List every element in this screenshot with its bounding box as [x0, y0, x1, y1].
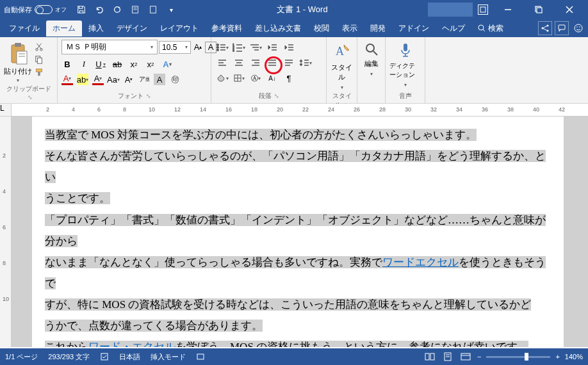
text-line[interactable]: 「プロパティ」「書式」「数値の書式」「インデント」「オブジェクト」などなど……ち… — [45, 214, 546, 247]
font-name-combo[interactable]: ＭＳ Ｐ明朝▾ — [61, 40, 158, 54]
tab-developer[interactable]: 開発 — [364, 20, 392, 36]
sort-button[interactable]: A↓ — [265, 72, 279, 85]
zoom-slider[interactable] — [486, 356, 550, 358]
print-layout-icon[interactable] — [441, 352, 454, 362]
close-button[interactable] — [555, 0, 584, 19]
editing-button[interactable]: 編集 ▾ — [361, 40, 381, 77]
ribbon-display-icon[interactable] — [478, 4, 488, 15]
clipboard-launcher[interactable]: ⤡ — [28, 94, 33, 101]
document-body[interactable]: 当教室で MOS 対策コースを学ぶ方の中には、初心者の方がたくさんいらっしゃいま… — [45, 124, 551, 347]
numbering-button[interactable]: 123▾ — [232, 41, 246, 54]
format-painter-icon[interactable] — [35, 68, 44, 77]
tab-design[interactable]: デザイン — [110, 20, 154, 36]
paragraph-launcher[interactable]: ⤡ — [274, 93, 279, 99]
superscript-button[interactable]: x2 — [145, 58, 156, 70]
redo-icon[interactable] — [111, 4, 123, 15]
comments-button[interactable] — [555, 21, 569, 35]
text-line[interactable]: これから — [45, 341, 88, 347]
horizontal-ruler[interactable]: L 24681012141618202224262830323436384042 — [0, 104, 588, 117]
smiley-button[interactable] — [571, 21, 585, 35]
read-mode-icon[interactable] — [423, 352, 436, 362]
bold-button[interactable]: B — [61, 58, 73, 70]
qat-icon-4[interactable] — [129, 4, 141, 15]
zoom-out-button[interactable]: − — [477, 353, 481, 361]
italic-button[interactable]: I — [78, 58, 90, 70]
distribute-button[interactable] — [282, 56, 296, 69]
spell-check-icon[interactable] — [100, 352, 109, 361]
toggle-switch[interactable] — [35, 5, 53, 14]
qat-dropdown-icon[interactable]: ▾ — [165, 4, 177, 15]
web-layout-icon[interactable] — [459, 352, 472, 362]
align-right-button[interactable] — [249, 56, 263, 69]
shrink-font-icon[interactable]: A▾ — [123, 74, 135, 85]
strikethrough-button[interactable]: ab — [111, 58, 123, 70]
save-icon[interactable] — [76, 4, 87, 15]
line-spacing-button[interactable]: ▾ — [298, 56, 313, 69]
qat-icon-5[interactable] — [147, 4, 159, 15]
change-case-button[interactable]: Aa▾ — [108, 74, 119, 85]
zoom-in-button[interactable]: + — [555, 353, 559, 361]
insert-mode[interactable]: 挿入モード — [151, 352, 186, 362]
zoom-level[interactable]: 140% — [565, 353, 583, 361]
word-count[interactable]: 293/293 文字 — [48, 352, 90, 362]
font-outline-button[interactable]: A▾ — [92, 74, 104, 85]
decrease-indent-button[interactable] — [265, 41, 279, 54]
char-shading-button[interactable]: A — [154, 74, 165, 85]
font-size-combo[interactable]: 10.5▾ — [159, 41, 191, 54]
text-line[interactable]: すが、特に MOS の資格試験を受ける時などは、こういった用語の意味をちゃんと理… — [45, 298, 531, 311]
page-count[interactable]: 1/1 ページ — [5, 352, 38, 362]
tab-references[interactable]: 参考資料 — [205, 20, 249, 36]
show-marks-button[interactable]: ¶ — [282, 72, 296, 85]
justify-button[interactable] — [265, 56, 279, 69]
subscript-button[interactable]: x2 — [128, 58, 140, 70]
enclose-char-button[interactable]: ㊞ — [169, 74, 181, 85]
text-effects-button[interactable]: A▾ — [161, 58, 173, 70]
search-box[interactable]: 検索 — [471, 20, 510, 36]
tab-file[interactable]: ファイル — [3, 20, 46, 36]
vertical-ruler[interactable]: 246810 — [0, 117, 12, 347]
font-launcher[interactable]: ⤡ — [146, 93, 151, 99]
paste-label[interactable]: 貼り付け — [4, 67, 32, 76]
copy-icon[interactable] — [35, 55, 44, 64]
tab-review[interactable]: 校閲 — [307, 20, 336, 36]
document-page[interactable]: 当教室で MOS 対策コースを学ぶ方の中には、初心者の方がたくさんいらっしゃいま… — [32, 117, 564, 347]
highlight-button[interactable]: ab▾ — [77, 74, 88, 85]
tab-insert[interactable]: 挿入 — [82, 20, 110, 36]
bullets-button[interactable]: ▾ — [215, 41, 229, 54]
align-center-button[interactable] — [232, 56, 246, 69]
shading-button[interactable]: ▾ — [215, 72, 229, 85]
text-line[interactable]: そんな皆さんが苦労していらっしゃるのが、「パソコン用語」「カタカナ用語」をどう理… — [45, 150, 546, 183]
undo-icon[interactable] — [94, 4, 105, 15]
account-area[interactable] — [428, 3, 473, 17]
styles-button[interactable]: A スタイル ▾ — [331, 40, 353, 90]
tab-layout[interactable]: レイアウト — [154, 20, 205, 36]
multilevel-button[interactable]: ▾ — [249, 41, 263, 54]
tab-addins[interactable]: アドイン — [392, 20, 436, 36]
increase-indent-button[interactable] — [282, 41, 296, 54]
hyperlink[interactable]: ワード・エクセル — [88, 341, 176, 347]
cut-icon[interactable] — [35, 42, 44, 51]
grow-font-icon[interactable]: A▴ — [192, 42, 204, 53]
text-line[interactable]: ないまま「なんとなく」使ってらっしゃる場合も多いですね。実務で — [45, 256, 382, 268]
text-line[interactable]: を学ぼう、MOS の資格に挑もう、という方に、参考になれば幸いです。 — [176, 341, 528, 347]
text-line[interactable]: 当教室で MOS 対策コースを学ぶ方の中には、初心者の方がたくさんいらっしゃいま… — [45, 129, 477, 141]
minimize-button[interactable] — [493, 0, 523, 19]
hyperlink[interactable]: ワードエクセル — [382, 256, 459, 268]
tab-home[interactable]: ホーム — [46, 20, 82, 36]
language[interactable]: 日本語 — [119, 352, 140, 362]
autosave-toggle[interactable]: 自動保存 オフ — [4, 5, 67, 15]
tab-view[interactable]: 表示 — [336, 20, 364, 36]
text-line[interactable]: うことです。 — [45, 192, 110, 204]
font-color-button[interactable]: A▾ — [61, 74, 73, 85]
maximize-button[interactable] — [524, 0, 553, 19]
dictation-button[interactable]: ディクテーション ▾ — [389, 40, 421, 88]
tab-mailings[interactable]: 差し込み文書 — [249, 20, 307, 36]
macro-icon[interactable] — [196, 352, 205, 361]
ruby-button[interactable]: ア亜 — [138, 74, 150, 85]
share-button[interactable] — [538, 21, 552, 35]
paste-icon[interactable] — [8, 42, 28, 65]
asian-layout-button[interactable]: Ⓐ▾ — [249, 72, 263, 85]
tab-help[interactable]: ヘルプ — [436, 20, 471, 36]
underline-button[interactable]: U▾ — [95, 58, 106, 70]
align-left-button[interactable] — [215, 56, 229, 69]
